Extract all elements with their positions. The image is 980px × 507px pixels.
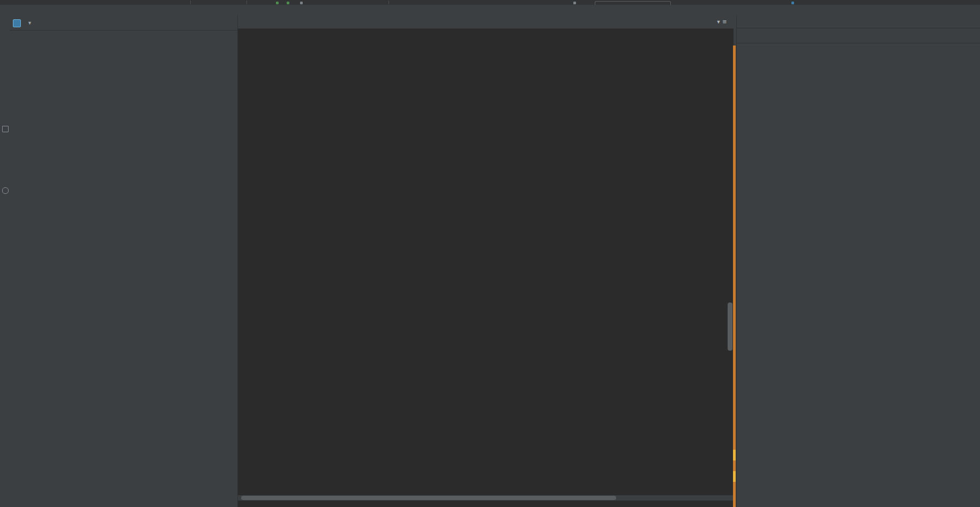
code-viewport[interactable] [238,28,734,507]
toolbar-icon[interactable] [791,2,794,4]
breadcrumb [0,5,980,16]
stripe-mark [733,450,736,460]
toolbar-separator [190,1,191,4]
stripe-tool-icon[interactable] [2,126,9,132]
project-tool-icon [13,19,21,27]
stripe-tool-icon[interactable] [2,187,9,194]
tool-window-stripe [0,16,10,507]
editor-tab-bar: ▼ ≡ [238,15,734,29]
editor-splitter-stripe[interactable] [733,46,736,507]
gradle-tool-window [736,15,980,507]
toolbar-icon[interactable] [573,2,576,4]
debug-icon[interactable] [287,2,289,4]
toolbar-icon[interactable] [300,2,303,4]
gradle-toolbar [737,28,980,43]
tab-list-icon[interactable]: ≡ [722,18,727,26]
stripe-mark [733,471,736,482]
toolbar-separator [388,1,389,4]
chevron-down-icon[interactable]: ▼ [27,20,32,26]
chevron-down-icon[interactable]: ▼ [716,19,721,25]
tab-overflow-controls[interactable]: ▼ ≡ [716,15,734,28]
project-tree [10,31,237,34]
editor-vertical-scrollbar[interactable] [728,302,732,351]
editor-area: ▼ ≡ [237,15,734,507]
toolbar-separator [246,1,247,4]
project-tool-window: ▼ [10,16,237,507]
project-panel-header: ▼ [10,16,237,31]
ide-window: ▼ ▼ ≡ [0,0,980,507]
run-icon[interactable] [276,2,279,4]
gradle-panel-header [737,15,980,28]
editor-horizontal-scrollbar[interactable] [241,496,616,500]
